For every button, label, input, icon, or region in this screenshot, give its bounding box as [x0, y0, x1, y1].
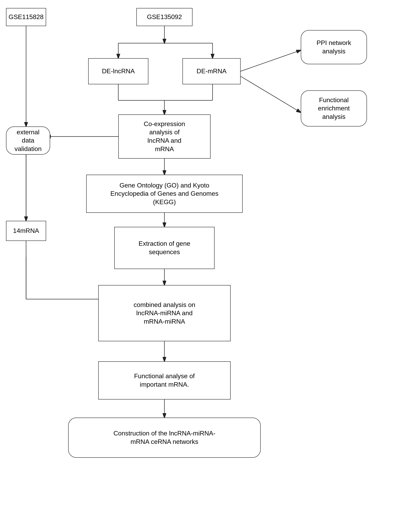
go-kegg-box: Gene Ontology (GO) and KyotoEncyclopedia… [86, 175, 243, 213]
ppi-box: PPI networkanalysis [301, 30, 367, 64]
de-mrna-box: DE-mRNA [182, 58, 241, 84]
extraction-box: Extraction of genesequences [114, 227, 215, 269]
mrna14-label: 14mRNA [13, 227, 39, 235]
gse135092-label: GSE135092 [147, 13, 182, 21]
gse115828-box: GSE115828 [6, 8, 46, 26]
external-box: external data validation [6, 127, 50, 154]
construction-box: Construction of the lncRNA-miRNA-mRNA ce… [68, 418, 261, 458]
functional-analyse-box: Functional analyse ofimportant mRNA. [98, 361, 231, 399]
flowchart: GSE115828 GSE135092 DE-lncRNA DE-mRNA PP… [0, 0, 394, 532]
coexpression-label: Co-expressionanalysis oflncRNA andmRNA [144, 120, 185, 153]
de-lncrna-box: DE-lncRNA [88, 58, 148, 84]
extraction-label: Extraction of genesequences [139, 239, 190, 256]
de-mrna-label: DE-mRNA [197, 67, 226, 75]
mrna14-box: 14mRNA [6, 221, 46, 241]
functional-enrichment-box: Functionalenrichmentanalysis [301, 90, 367, 127]
external-label: external data validation [10, 128, 46, 153]
ppi-label: PPI networkanalysis [316, 39, 351, 55]
de-lncrna-label: DE-lncRNA [102, 67, 135, 75]
combined-box: combined analysis onlncRNA-miRNA andmRNA… [98, 285, 231, 341]
combined-label: combined analysis onlncRNA-miRNA andmRNA… [134, 301, 195, 326]
gse135092-box: GSE135092 [136, 8, 192, 26]
svg-line-10 [241, 76, 301, 112]
functional-analyse-label: Functional analyse ofimportant mRNA. [134, 372, 195, 389]
construction-label: Construction of the lncRNA-miRNA-mRNA ce… [114, 429, 216, 446]
functional-enrichment-label: Functionalenrichmentanalysis [318, 96, 350, 121]
coexpression-box: Co-expressionanalysis oflncRNA andmRNA [118, 114, 211, 159]
svg-line-9 [241, 50, 301, 71]
go-kegg-label: Gene Ontology (GO) and KyotoEncyclopedia… [110, 181, 218, 206]
gse115828-label: GSE115828 [9, 13, 43, 21]
